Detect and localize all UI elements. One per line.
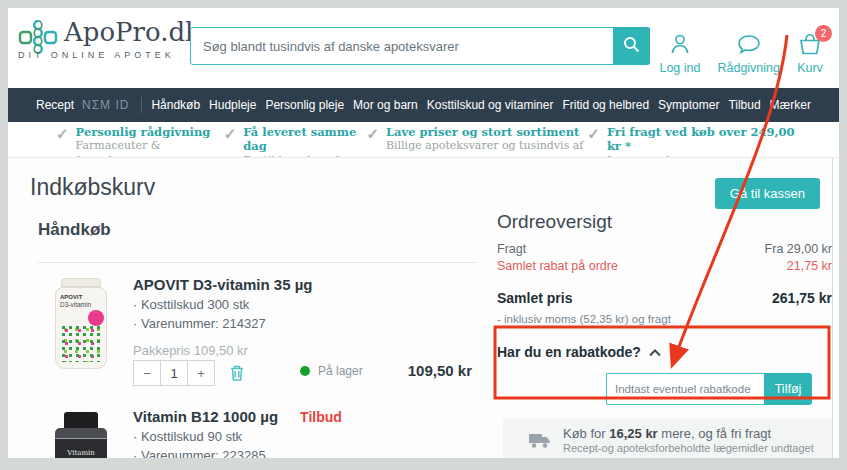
content-right-edge [832, 158, 833, 458]
product-title-link[interactable]: Vitamin B12 1000 µg [133, 408, 278, 425]
bottle-body: APOVIT D3-vitamin [55, 287, 107, 369]
logo-tagline: DIT ONLINE APOTEK [18, 50, 201, 60]
summary-row-fragt: Fragt Fra 29,00 kr [497, 242, 832, 256]
qty-increase-button[interactable]: + [187, 360, 215, 386]
usp-title: Lave priser og stort sortiment [386, 125, 587, 139]
total-note: - inklusiv moms (52,35 kr) og fragt [497, 313, 832, 325]
bottle-label-band: Vitamin [55, 438, 107, 458]
chat-icon [736, 32, 762, 61]
section-title-handkob: Håndkøb [38, 220, 111, 240]
bottle-cap [64, 412, 98, 428]
summary-total-row: Samlet pris 261,75 kr [497, 290, 832, 306]
order-summary-panel: Ordreoversigt Fragt Fra 29,00 kr Samlet … [497, 211, 832, 458]
product-title-link[interactable]: APOVIT D3-vitamin 35 µg [133, 276, 313, 293]
item-price: 109,50 kr [408, 362, 472, 379]
check-icon: ✓ [587, 126, 600, 157]
product-image-vitamin-b12[interactable]: Vitamin [55, 412, 107, 458]
product-detail-line: · Varenummer: 214327 [133, 316, 313, 331]
cart-label: Kurv [797, 61, 823, 75]
nav-item-tilbud[interactable]: Tilbud [728, 98, 760, 112]
free-shipping-subtext: Recept-og apoteksforbeholdte lægemidler … [563, 442, 824, 454]
summary-row-rabat: Samlet rabat på ordre 21,75 kr [497, 259, 832, 273]
stock-status: På lager [300, 364, 363, 378]
nav-item-recept[interactable]: Recept NΣM ID [36, 97, 142, 113]
nav-item-fritid[interactable]: Fritid og helbred [562, 98, 649, 112]
rabatkode-input[interactable] [606, 373, 764, 405]
total-value: 261,75 kr [772, 290, 832, 306]
qty-decrease-button[interactable]: − [133, 360, 161, 386]
check-icon: ✓ [56, 126, 69, 157]
usp-title: Fri fragt ved køb over 249,00 kr * [607, 125, 795, 154]
nav-item-kosttilskud[interactable]: Kosttilskud og vitaminer [427, 98, 554, 112]
order-summary-title: Ordreoversigt [497, 211, 832, 233]
header-actions: Log ind Rådgivning Kurv 2 [659, 32, 823, 75]
check-icon: ✓ [224, 126, 237, 157]
truck-icon [529, 433, 551, 453]
bottle-dots-pattern [60, 324, 104, 362]
summary-label: Samlet rabat på ordre [497, 259, 618, 273]
divider [38, 262, 478, 263]
search-button[interactable] [613, 27, 650, 65]
search-icon [623, 36, 640, 56]
product-details: APOVIT D3-vitamin 35 µg · Kosttilskud 30… [133, 276, 313, 358]
stock-label: På lager [318, 364, 363, 378]
free-shipping-notice: Køb for 16,25 kr mere, og få fri fragt R… [503, 419, 832, 458]
bottle-cap [61, 278, 101, 287]
tilbud-badge: Tilbud [300, 409, 342, 425]
apopro-page: ApoPro.dk DIT ONLINE APOTEK Log ind [8, 8, 839, 458]
nav-item-hudpleje[interactable]: Hudpleje [209, 98, 256, 112]
rabat-question-label: Har du en rabatkode? [497, 344, 641, 360]
bottle-brand-text: APOVIT [60, 294, 102, 300]
rabatkode-form: Tilføj [497, 373, 832, 405]
product-detail-line: · Kosttilskud 300 stk [133, 297, 313, 312]
screenshot-frame: ApoPro.dk DIT ONLINE APOTEK Log ind [0, 0, 847, 470]
usp-item-radgivning: ✓ Personlig rådgivning Farmaceuter & far… [56, 125, 224, 157]
usp-title: Personlig rådgivning [76, 125, 224, 139]
usp-bar: ✓ Personlig rådgivning Farmaceuter & far… [8, 122, 839, 157]
trash-icon [229, 364, 245, 382]
chevron-up-icon [649, 344, 661, 360]
pack-price: Pakkepris 109,50 kr [133, 343, 313, 358]
search-input[interactable] [190, 27, 650, 65]
bottle-label-text: Vitamin [67, 449, 95, 457]
advice-button[interactable]: Rådgivning [717, 32, 780, 75]
nav-item-symptomer[interactable]: Symptomer [658, 98, 719, 112]
nav-item-personlig-pleje[interactable]: Personlig pleje [265, 98, 344, 112]
main-nav: Recept NΣM ID Håndkøb Hudpleje Personlig… [8, 88, 839, 122]
product-image-apovit-d3[interactable]: APOVIT D3-vitamin [55, 278, 107, 370]
product-detail-line: · Varenummer: 223285 [133, 448, 342, 458]
summary-value: Fra 29,00 kr [765, 242, 832, 256]
bottle-body: Vitamin [55, 428, 107, 458]
cart-item-apovit-d3: APOVIT D3-vitamin APOVIT D3-vitamin 35 µ… [38, 264, 478, 402]
cart-count-badge: 2 [815, 25, 832, 42]
summary-value: 21,75 kr [787, 259, 832, 273]
search-bar [190, 27, 650, 65]
check-icon: ✓ [366, 126, 379, 157]
rabatkode-add-button[interactable]: Tilføj [764, 373, 812, 405]
site-logo[interactable]: ApoPro.dk DIT ONLINE APOTEK [18, 18, 201, 62]
nav-divider [141, 97, 142, 113]
qty-value: 1 [160, 360, 188, 386]
nav-item-maerker[interactable]: Mærker [770, 98, 811, 112]
product-details: Vitamin B12 1000 µg Tilbud · Kosttilskud… [133, 408, 342, 458]
login-button[interactable]: Log ind [659, 32, 700, 75]
usp-item-fri-fragt: ✓ Fri fragt ved køb over 249,00 kr * Læs… [587, 125, 795, 157]
page-title: Indkøbskurv [30, 174, 155, 201]
notice-amount: 16,25 kr [609, 426, 657, 441]
login-label: Log ind [659, 61, 700, 75]
remove-item-button[interactable] [229, 364, 245, 382]
cart-button[interactable]: Kurv 2 [797, 32, 823, 75]
nav-item-handkob[interactable]: Håndkøb [151, 98, 200, 112]
logo-title: ApoPro.dk [64, 18, 201, 47]
notice-post: mere, og få fri fragt [661, 426, 771, 441]
bottle-label-text: D3-vitamin [60, 301, 102, 308]
checkout-button[interactable]: Gå til kassen [715, 178, 820, 209]
free-shipping-text: Køb for 16,25 kr mere, og få fri fragt [563, 426, 824, 441]
usp-item-priser: ✓ Lave priser og stort sortiment Billige… [366, 125, 587, 157]
nav-item-mor-og-barn[interactable]: Mor og barn [353, 98, 418, 112]
rabatkode-toggle[interactable]: Har du en rabatkode? [497, 344, 832, 360]
cart-item-vitamin-b12: Vitamin Vitamin B12 1000 µg Tilbud · Kos… [38, 404, 478, 458]
notice-pre: Køb for [563, 426, 606, 441]
in-stock-dot-icon [300, 366, 310, 376]
main-content: Indkøbskurv Gå til kassen Håndkøb APOVIT… [8, 157, 839, 458]
